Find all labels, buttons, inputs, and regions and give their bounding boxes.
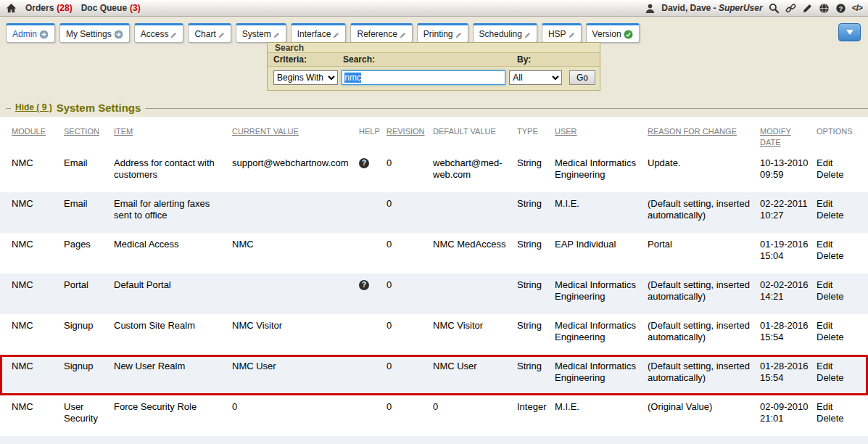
tab-label: Scheduling [479, 29, 522, 39]
page-title: System Settings [57, 102, 141, 114]
cell-item: Force Security Role [114, 395, 232, 436]
home-icon[interactable] [6, 3, 17, 14]
column-header-user[interactable]: USER [555, 126, 648, 148]
cell-options: EditDelete [817, 192, 865, 233]
cell-section: Pages [64, 233, 114, 274]
pencil-icon [569, 32, 575, 38]
delete-link[interactable]: Delete [817, 413, 858, 424]
tab-reference[interactable]: Reference [350, 23, 412, 43]
cell-section: Portal [64, 274, 114, 314]
cell-current-value [232, 274, 359, 314]
column-header-section[interactable]: SECTION [64, 126, 114, 148]
search-icon[interactable] [769, 3, 780, 14]
tab-chart[interactable]: Chart [188, 23, 231, 43]
tab-system[interactable]: System [236, 23, 286, 43]
delete-link[interactable]: Delete [817, 210, 858, 221]
criteria-select[interactable]: Begins With [273, 70, 338, 85]
help-icon[interactable]: ? [359, 158, 369, 168]
cell-section: Signup [64, 314, 114, 355]
table-row: NMCSignupCustom Site RealmNMC Visitor0NM… [0, 314, 868, 355]
edit-link[interactable]: Edit [817, 279, 858, 291]
cell-help: ? [359, 274, 387, 314]
pencil-icon [524, 32, 531, 38]
column-header-revision[interactable]: REVISION [387, 126, 433, 148]
by-select[interactable]: All [509, 70, 562, 85]
tab-label: Reference [357, 29, 397, 39]
tab-scheduling[interactable]: Scheduling [473, 23, 537, 43]
collapse-tabs-button[interactable] [838, 23, 861, 41]
column-header-current-value[interactable]: CURRENT VALUE [232, 126, 359, 148]
jump-circle-icon [114, 30, 123, 39]
cell-section: User Security [64, 395, 114, 436]
delete-link[interactable]: Delete [817, 332, 858, 343]
tab-hsp[interactable]: HSP [542, 23, 582, 43]
column-header-default-value: DEFAULT VALUE [433, 126, 517, 148]
cell-help: ? [359, 152, 387, 192]
edit-link[interactable]: Edit [817, 239, 858, 250]
cell-module: NMCMD [12, 436, 64, 444]
table-row: NMCEmailAddress for contact with custome… [0, 152, 868, 192]
cell-item: Default Portal [114, 274, 232, 314]
cell-type: Integer [517, 395, 555, 436]
doc-queue-link[interactable]: Doc Queue (3) [81, 3, 141, 13]
cell-default-value: NMC Visitor [433, 314, 517, 355]
legend-line-start [6, 108, 11, 109]
tab-label: Admin [12, 29, 37, 39]
orders-link[interactable]: Orders (28) [25, 3, 73, 13]
edit-link[interactable]: Edit [817, 320, 858, 332]
tab-interface[interactable]: Interface [291, 23, 347, 43]
edit-link[interactable]: Edit [817, 401, 858, 413]
delete-link[interactable]: Delete [817, 169, 858, 181]
cell-options: EditDelete [817, 395, 865, 436]
cell-reason: (Default setting, inserted automatically… [648, 274, 760, 314]
delete-link[interactable]: Delete [817, 291, 858, 303]
cell-modify-date: 02-09-2010 21:01 [760, 395, 817, 436]
table-body: NMCEmailAddress for contact with custome… [0, 152, 868, 444]
orders-count: (28) [57, 3, 72, 13]
column-header-module[interactable]: MODULE [12, 126, 64, 148]
globe-icon[interactable] [819, 3, 830, 14]
table-row: NMCSignupNew User RealmNMC User0NMC User… [0, 355, 868, 395]
tab-admin[interactable]: Admin [6, 23, 55, 43]
cell-section: Email [64, 192, 114, 233]
person-icon [645, 3, 656, 14]
pen-icon[interactable] [802, 3, 813, 14]
edit-link[interactable]: Edit [817, 157, 858, 169]
column-header-help: HELP [359, 126, 387, 148]
cell-modify-date: 02-12-2014 15:11 [760, 436, 817, 444]
table-header-row: MODULESECTIONITEMCURRENT VALUEHELPREVISI… [0, 117, 868, 152]
cell-default-value: NMC User [433, 355, 517, 395]
search-input[interactable]: nmc [342, 70, 505, 85]
cell-user: M.I.E. [555, 395, 648, 436]
help-icon[interactable]: ? [359, 280, 369, 290]
chevron-down-icon [846, 30, 853, 35]
edit-link[interactable]: Edit [817, 361, 858, 372]
help-icon[interactable]: ? [835, 3, 846, 14]
cell-user: Medical Informatics Engineering [555, 274, 648, 314]
pencil-icon [333, 32, 339, 38]
edit-link[interactable]: Edit [817, 198, 858, 210]
cell-modify-date: 10-13-2010 09:59 [760, 152, 817, 192]
table-row: NMCMDProcessWizard Complete0[ Untracked … [0, 436, 868, 444]
search-panel-labels: Criteria: Search: By: [268, 52, 600, 67]
hide-link[interactable]: Hide ( 9 ) [15, 102, 52, 112]
delete-link[interactable]: Delete [817, 250, 858, 262]
column-header-modify-date[interactable]: MODIFY DATE [760, 126, 817, 148]
cell-help [359, 192, 387, 233]
go-button[interactable]: Go [569, 70, 595, 85]
column-header-item[interactable]: ITEM [114, 126, 232, 148]
orders-label: Orders [25, 3, 54, 13]
cell-current-value [232, 192, 359, 233]
tab-version[interactable]: Version [586, 23, 640, 43]
tab-access[interactable]: Access [134, 23, 184, 43]
column-header-reason-for-change[interactable]: REASON FOR CHANGE [648, 126, 760, 148]
tab-label: Version [592, 29, 621, 39]
cell-default-value: [ Untracked Setting ] [433, 436, 517, 444]
tab-printing[interactable]: Printing [417, 23, 468, 43]
cell-options: EditDelete [817, 355, 865, 395]
tab-my-settings[interactable]: My Settings [59, 23, 130, 43]
delete-link[interactable]: Delete [817, 372, 858, 384]
cell-module: NMC [12, 233, 64, 274]
link-icon[interactable] [785, 3, 796, 14]
code-icon[interactable]: </> [852, 3, 862, 13]
